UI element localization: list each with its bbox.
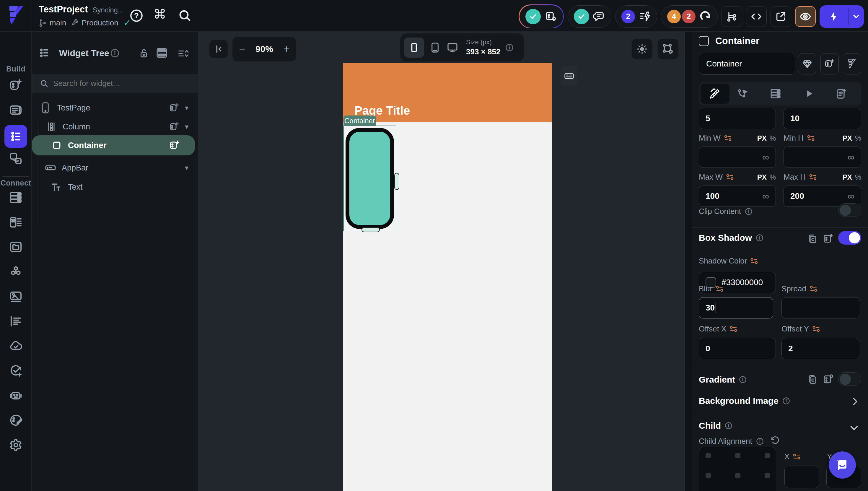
- environment-name[interactable]: Production: [82, 18, 118, 27]
- search-icon[interactable]: [178, 8, 192, 23]
- child-title[interactable]: Child: [699, 421, 733, 431]
- resize-handle-right[interactable]: [394, 173, 399, 190]
- info-icon[interactable]: [745, 207, 753, 216]
- clip-content-toggle[interactable]: [838, 203, 861, 217]
- px-unit-toggle[interactable]: PX: [843, 173, 852, 181]
- set-from-variable-icon[interactable]: [716, 285, 724, 292]
- device-desktop-button[interactable]: [447, 42, 458, 54]
- tab-properties[interactable]: [700, 84, 729, 104]
- spread-input[interactable]: [781, 297, 860, 318]
- offset-x-input[interactable]: 0: [699, 338, 776, 359]
- api-calls-icon[interactable]: [9, 215, 23, 229]
- set-from-variable-icon[interactable]: [750, 258, 758, 264]
- info-icon[interactable]: [110, 48, 120, 58]
- add-widget-icon[interactable]: [169, 103, 180, 113]
- components-icon[interactable]: [9, 151, 23, 166]
- page-appbar[interactable]: Page Title: [343, 63, 552, 122]
- set-from-variable-icon[interactable]: [730, 325, 738, 333]
- branch-button[interactable]: [721, 6, 742, 27]
- cloud-functions-icon[interactable]: [9, 339, 23, 353]
- info-icon[interactable]: [755, 234, 764, 242]
- help-icon[interactable]: ?: [129, 8, 144, 23]
- max-width-input[interactable]: 100∞: [699, 185, 776, 207]
- theme-settings-button[interactable]: [798, 53, 816, 75]
- light-mode-toggle-button[interactable]: [632, 39, 652, 59]
- tab-documentation[interactable]: [835, 88, 847, 99]
- code-view-button[interactable]: [746, 6, 767, 27]
- command-menu-icon[interactable]: ⌘: [153, 6, 166, 22]
- tests-icon[interactable]: [9, 364, 23, 378]
- tab-actions[interactable]: [737, 88, 748, 99]
- info-icon[interactable]: [724, 422, 733, 430]
- canvas-area[interactable]: Page Title Container − 90% +: [198, 32, 685, 491]
- alignment-x-input[interactable]: [784, 466, 819, 488]
- child-alignment-grid[interactable]: [699, 447, 776, 491]
- add-widget-icon[interactable]: [169, 121, 180, 132]
- zoom-in-button[interactable]: +: [277, 43, 296, 55]
- height-input[interactable]: 10: [783, 108, 861, 129]
- tree-row-appbar[interactable]: AppBar ▾: [32, 159, 198, 176]
- integrations-icon[interactable]: [9, 265, 23, 279]
- info-icon[interactable]: [756, 437, 764, 445]
- page-templates-icon[interactable]: [9, 103, 23, 117]
- run-button[interactable]: [819, 5, 864, 28]
- apply-to-widget-icon[interactable]: [822, 233, 834, 244]
- percent-unit-toggle[interactable]: %: [855, 173, 861, 181]
- tab-backend[interactable]: [770, 88, 781, 99]
- support-chat-button[interactable]: [829, 452, 856, 479]
- add-widget-button[interactable]: [820, 53, 839, 75]
- branch-name[interactable]: main: [50, 18, 66, 27]
- theme-icon[interactable]: [9, 413, 23, 427]
- px-unit-toggle[interactable]: PX: [843, 134, 852, 142]
- run-options-chevron[interactable]: [848, 12, 864, 21]
- tree-row-column[interactable]: Column ▾: [32, 118, 198, 135]
- widget-select-checkbox[interactable]: [699, 36, 709, 46]
- resize-handle-bottom[interactable]: [361, 227, 380, 232]
- tab-animations[interactable]: [804, 88, 814, 99]
- copy-style-icon[interactable]: [807, 233, 818, 244]
- add-widget-icon[interactable]: [169, 140, 180, 151]
- zoom-out-button[interactable]: −: [233, 43, 252, 55]
- info-icon[interactable]: [739, 375, 747, 384]
- apply-to-widget-icon[interactable]: [822, 373, 834, 385]
- offset-y-input[interactable]: 2: [781, 338, 860, 359]
- set-from-variable-icon[interactable]: [812, 325, 820, 333]
- background-image-title[interactable]: Background Image: [699, 396, 790, 406]
- info-icon[interactable]: [782, 397, 790, 405]
- device-phone-button[interactable]: [404, 37, 424, 58]
- issues-pill[interactable]: 4 2: [661, 5, 718, 28]
- chevron-down-icon[interactable]: ▾: [185, 164, 188, 172]
- widget-tree-icon[interactable]: [4, 125, 27, 148]
- deploy-status-pill[interactable]: [519, 4, 564, 28]
- app-content-icon[interactable]: [9, 314, 23, 328]
- chevron-right-icon[interactable]: [850, 397, 860, 406]
- automations-icon[interactable]: [9, 388, 23, 402]
- actions-pill[interactable]: 2: [615, 5, 657, 28]
- lock-icon[interactable]: [138, 48, 149, 59]
- panels-layout-icon[interactable]: [156, 47, 168, 59]
- set-from-variable-icon[interactable]: [809, 174, 817, 180]
- min-width-input[interactable]: ∞: [699, 147, 776, 168]
- database-icon[interactable]: [9, 191, 23, 204]
- percent-unit-toggle[interactable]: %: [855, 134, 861, 142]
- comments-pill[interactable]: [568, 5, 611, 28]
- set-from-variable-icon[interactable]: [810, 285, 818, 292]
- project-name[interactable]: TestProject: [39, 4, 88, 15]
- info-icon[interactable]: [505, 43, 514, 52]
- gradient-toggle[interactable]: [838, 372, 861, 386]
- percent-unit-toggle[interactable]: %: [770, 173, 776, 181]
- min-height-input[interactable]: ∞: [783, 147, 861, 168]
- canvas-scrollbar[interactable]: [685, 32, 692, 491]
- px-unit-toggle[interactable]: PX: [757, 134, 767, 142]
- canvas-settings-button[interactable]: [658, 39, 679, 59]
- set-from-variable-icon[interactable]: [793, 453, 801, 460]
- tree-row-testpage[interactable]: TestPage ▾: [32, 99, 198, 116]
- collapse-panel-button[interactable]: [209, 40, 228, 58]
- set-from-variable-icon[interactable]: [726, 174, 734, 180]
- box-shadow-toggle[interactable]: [838, 231, 861, 244]
- chevron-down-icon[interactable]: ▾: [185, 123, 188, 131]
- flutterflow-docs-button[interactable]: [843, 53, 861, 75]
- width-input[interactable]: 5: [699, 108, 776, 129]
- media-assets-icon[interactable]: [9, 290, 23, 304]
- reset-icon[interactable]: [770, 435, 780, 445]
